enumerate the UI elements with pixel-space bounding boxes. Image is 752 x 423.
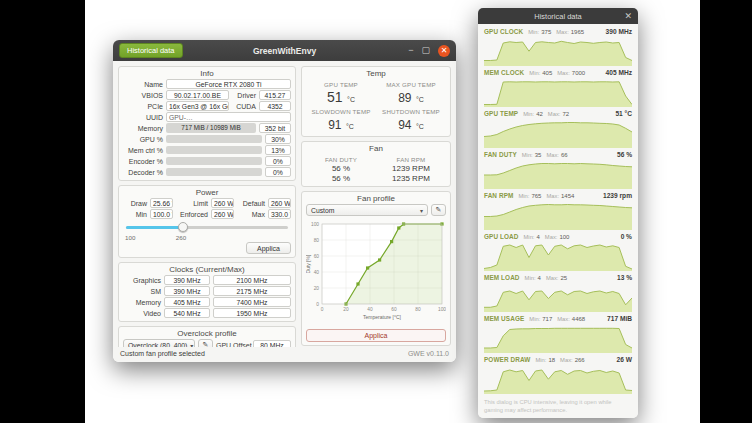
mem-ctrl-value: 13% — [265, 145, 291, 155]
power-draw-value: 25.66 W — [150, 198, 173, 208]
metric-max: 1454 — [561, 193, 574, 199]
history-chart — [484, 38, 632, 66]
gpu-temp-label: GPU TEMP — [306, 81, 376, 88]
power-default-value: 260 W — [268, 198, 291, 208]
left-column: Info Name GeForce RTX 2080 Ti VBIOS 90.0… — [118, 66, 296, 345]
power-min-label: Min — [123, 211, 147, 218]
metric-row-gpu-temp: GPU TEMP Min:42 Max:72 51 °C — [484, 110, 632, 148]
fan-duty-label: FAN DUTY — [306, 156, 376, 163]
name-label: Name — [123, 81, 163, 88]
metric-max: 7000 — [572, 70, 585, 76]
fan-profile-select[interactable]: Custom ▾ — [306, 204, 428, 216]
uuid-value: GPU-… — [166, 112, 291, 122]
fan-title: Fan — [306, 144, 446, 153]
vbios-label: VBIOS — [123, 92, 163, 99]
clock-label: Memory — [123, 299, 161, 306]
pcie-value: 16x Gen3 @ 16x Gen1 — [166, 101, 229, 111]
shutdown-temp-label: SHUTDOWN TEMP — [376, 108, 446, 115]
historical-window: Historical data ✕ GPU CLOCK Min:375 Max:… — [478, 8, 638, 418]
metric-name: FAN DUTY — [484, 151, 517, 158]
fan-apply-button[interactable]: Applica — [306, 329, 446, 342]
gpu-usage-bar — [166, 135, 262, 143]
history-chart — [484, 366, 632, 394]
power-limit-label: Limit — [176, 200, 208, 207]
metric-max: 66 — [561, 152, 568, 158]
uuid-label: UUID — [123, 114, 163, 121]
window-controls: − ▢ ✕ — [408, 45, 450, 57]
metric-current: 0 % — [621, 233, 632, 240]
metric-row-fan-rpm: FAN RPM Min:765 Max:1454 1239 rpm — [484, 192, 632, 230]
clocks-section: Clocks (Current/Max) Graphics 390 MHz 21… — [118, 262, 296, 322]
metric-name: POWER DRAW — [484, 356, 530, 363]
decoder-label: Decoder % — [123, 169, 163, 176]
overclock-profile-select[interactable]: Overclock (80, 400) ▾ — [123, 339, 195, 347]
clock-max: 1950 MHz — [213, 308, 291, 318]
cpu-warning-note: This dialog is CPU intensive, leaving it… — [484, 398, 632, 414]
memory-label: Memory — [123, 125, 163, 132]
maximize-icon[interactable]: ▢ — [421, 46, 430, 55]
temp-section: Temp GPU TEMP MAX GPU TEMP 51 °C 89 °C S… — [301, 66, 451, 137]
power-apply-button[interactable]: Applica — [246, 242, 291, 254]
decoder-value: 0% — [265, 167, 291, 177]
metric-min: 375 — [541, 29, 551, 35]
svg-text:40: 40 — [367, 307, 373, 312]
history-chart — [484, 284, 632, 312]
overclock-title: Overclock profile — [123, 329, 291, 338]
gpu-usage-label: GPU % — [123, 136, 163, 143]
metric-min: 42 — [536, 111, 543, 117]
historical-body: GPU CLOCK Min:375 Max:1965 390 MHz MEM C… — [478, 24, 638, 418]
fan-profile-section: Fan profile Custom ▾ ✎ 02040608010002040… — [301, 191, 451, 346]
slider-value-mark: 260 — [176, 234, 186, 241]
mem-ctrl-label: Mem ctrl % — [123, 147, 163, 154]
metric-max: 72 — [562, 111, 569, 117]
metric-name: GPU LOAD — [484, 233, 519, 240]
clock-current: 405 MHz — [164, 297, 210, 307]
clock-current: 390 MHz — [164, 275, 210, 285]
clock-current: 390 MHz — [164, 286, 210, 296]
slider-thumb[interactable] — [178, 222, 188, 232]
metric-row-gpu-clock: GPU CLOCK Min:375 Max:1965 390 MHz — [484, 28, 632, 66]
mem-ctrl-bar — [166, 146, 262, 154]
temp-title: Temp — [306, 69, 446, 78]
historical-data-button[interactable]: Historical data — [119, 43, 183, 58]
main-window: Historical data GreenWithEnvy − ▢ ✕ Info… — [113, 40, 456, 362]
chevron-down-icon: ▾ — [417, 207, 423, 214]
edit-overclock-profile-button[interactable]: ✎ — [198, 339, 213, 347]
svg-text:80: 80 — [314, 238, 320, 243]
close-icon[interactable]: ✕ — [624, 12, 632, 21]
slowdown-temp-label: SLOWDOWN TEMP — [306, 108, 376, 115]
clock-max: 7400 MHz — [213, 297, 291, 307]
status-message: Custom fan profile selected — [120, 350, 205, 357]
svg-text:40: 40 — [314, 270, 320, 275]
pcie-label: PCIe — [123, 103, 163, 110]
metric-name: MEM LOAD — [484, 274, 520, 281]
edit-fan-profile-button[interactable]: ✎ — [431, 204, 446, 216]
minimize-icon[interactable]: − — [408, 46, 413, 55]
slider-marks: 100 260 — [123, 234, 291, 241]
main-window-body: Info Name GeForce RTX 2080 Ti VBIOS 90.0… — [113, 61, 456, 362]
fan-duty-2: 56 % — [306, 174, 376, 183]
power-limit-slider[interactable] — [126, 221, 288, 234]
svg-text:20: 20 — [343, 307, 349, 312]
metric-row-mem-usage: MEM USAGE Min:717 Max:4468 717 MiB — [484, 315, 632, 353]
metric-name: MEM CLOCK — [484, 69, 524, 76]
fan-curve-chart: 020406080100020406080100Temperature [°C]… — [306, 218, 446, 324]
close-icon[interactable]: ✕ — [438, 45, 450, 57]
metric-max: 25 — [560, 275, 567, 281]
metric-current: 51 °C — [615, 110, 632, 117]
clock-max: 2100 MHz — [213, 275, 291, 285]
svg-text:Temperature [°C]: Temperature [°C] — [363, 314, 401, 320]
encoder-value: 0% — [265, 156, 291, 166]
metric-min: 765 — [531, 193, 541, 199]
vbios-value: 90.02.17.00.BE — [166, 90, 229, 100]
power-default-label: Default — [237, 200, 265, 207]
main-content: Info Name GeForce RTX 2080 Ti VBIOS 90.0… — [113, 61, 456, 347]
slider-min-mark: 100 — [125, 234, 135, 241]
metric-row-fan-duty: FAN DUTY Min:35 Max:66 56 % — [484, 151, 632, 189]
power-min-value: 100.0 W — [150, 209, 173, 219]
metric-current: 390 MHz — [606, 28, 632, 35]
power-max-label: Max — [237, 211, 265, 218]
history-chart — [484, 161, 632, 189]
history-chart — [484, 243, 632, 271]
power-section: Power Draw 25.66 W Limit 260 W Default 2… — [118, 185, 296, 258]
